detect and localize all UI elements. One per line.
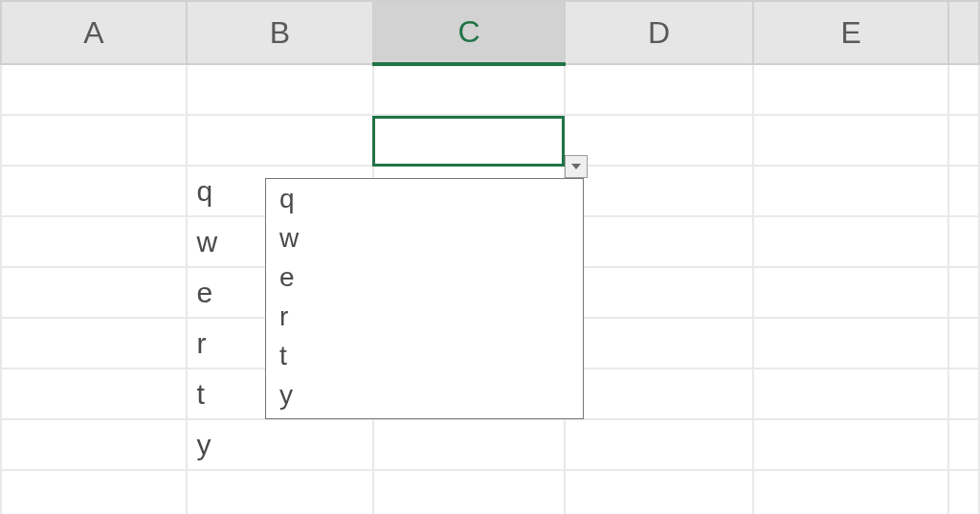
cell-A1[interactable]	[1, 64, 187, 115]
cell-B2[interactable]	[187, 115, 374, 166]
cell-C2[interactable]	[373, 115, 565, 166]
cell-B8[interactable]: y	[187, 419, 374, 470]
dropdown-option[interactable]: e	[266, 257, 583, 297]
cell-F6[interactable]	[948, 318, 979, 369]
dropdown-option[interactable]: q	[266, 179, 583, 218]
cell-D8[interactable]	[565, 419, 754, 470]
cell-A5[interactable]	[1, 267, 187, 318]
cell-F8[interactable]	[948, 419, 979, 470]
cell-A3[interactable]	[1, 166, 187, 216]
cell-A9[interactable]	[1, 470, 187, 514]
data-validation-dropdown-list[interactable]: q w e r t y	[265, 178, 584, 419]
cell-F7[interactable]	[948, 369, 979, 419]
cell-E1[interactable]	[753, 64, 948, 115]
cell-D4[interactable]	[565, 216, 754, 267]
cell-E9[interactable]	[753, 470, 948, 514]
col-header-C[interactable]: C	[373, 1, 565, 64]
cell-E4[interactable]	[753, 216, 948, 267]
col-header-D[interactable]: D	[565, 1, 754, 64]
cell-D3[interactable]	[565, 166, 754, 216]
cell-D2[interactable]	[565, 115, 754, 166]
cell-A6[interactable]	[1, 318, 187, 369]
cell-D1[interactable]	[565, 64, 754, 115]
col-header-E[interactable]: E	[753, 1, 948, 64]
cell-B9[interactable]	[187, 470, 374, 514]
svg-marker-0	[571, 164, 581, 169]
cell-E8[interactable]	[753, 419, 948, 470]
cell-A7[interactable]	[1, 369, 187, 419]
col-header-A[interactable]: A	[1, 1, 187, 64]
cell-E5[interactable]	[753, 267, 948, 318]
column-header-row: A B C D E	[1, 1, 979, 64]
cell-A8[interactable]	[1, 419, 187, 470]
chevron-down-icon	[571, 164, 581, 169]
cell-A2[interactable]	[1, 115, 187, 166]
cell-C9[interactable]	[373, 470, 565, 514]
cell-C1[interactable]	[373, 64, 565, 115]
cell-E6[interactable]	[753, 318, 948, 369]
cell-F1[interactable]	[948, 64, 979, 115]
cell-D6[interactable]	[565, 318, 754, 369]
cell-A4[interactable]	[1, 216, 187, 267]
dropdown-option[interactable]: t	[266, 336, 583, 375]
cell-D9[interactable]	[565, 470, 754, 514]
cell-D7[interactable]	[565, 369, 754, 419]
dropdown-option[interactable]: y	[266, 375, 583, 414]
cell-C8[interactable]	[373, 419, 565, 470]
cell-F4[interactable]	[948, 216, 979, 267]
cell-D5[interactable]	[565, 267, 754, 318]
cell-F2[interactable]	[948, 115, 979, 166]
cell-E2[interactable]	[753, 115, 948, 166]
col-header-B[interactable]: B	[187, 1, 374, 64]
col-header-F[interactable]	[948, 1, 979, 64]
cell-B1[interactable]	[187, 64, 374, 115]
dropdown-option[interactable]: w	[266, 218, 583, 257]
cell-F5[interactable]	[948, 267, 979, 318]
cell-F3[interactable]	[948, 166, 979, 216]
cell-E7[interactable]	[753, 369, 948, 419]
data-validation-dropdown-button[interactable]	[565, 155, 588, 178]
cell-E3[interactable]	[753, 166, 948, 216]
dropdown-option[interactable]: r	[266, 297, 583, 336]
cell-F9[interactable]	[948, 470, 979, 514]
